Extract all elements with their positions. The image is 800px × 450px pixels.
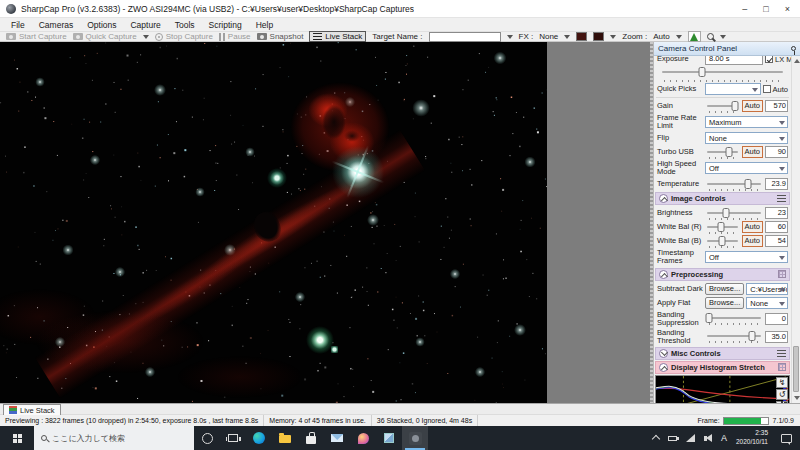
expand-icon[interactable] — [659, 349, 668, 358]
pin-icon[interactable] — [791, 46, 796, 51]
turbo-usb-slider[interactable] — [707, 147, 738, 158]
maximize-button[interactable]: □ — [763, 0, 768, 18]
gain-slider[interactable] — [707, 101, 738, 112]
menu-help[interactable]: Help — [249, 20, 280, 30]
network-icon[interactable] — [686, 434, 695, 442]
chevron-up-icon[interactable] — [652, 435, 660, 443]
chevron-down-icon[interactable] — [143, 35, 149, 39]
banding-threshold-value[interactable]: 35.0 — [765, 331, 788, 343]
stop-capture-button[interactable]: Stop Capture — [155, 32, 213, 41]
pause-button[interactable]: Pause — [219, 32, 251, 41]
exposure-value[interactable]: 8.00 s — [705, 56, 763, 65]
fx-value[interactable]: None — [539, 32, 558, 41]
collapse-icon[interactable] — [659, 194, 668, 203]
close-button[interactable]: × — [785, 0, 790, 18]
subtract-dark-browse-button[interactable]: Browse... — [705, 283, 744, 295]
notification-icon[interactable] — [781, 434, 792, 443]
menu-file[interactable]: File — [4, 20, 32, 30]
histogram-section-header[interactable]: Display Histogram Stretch — [655, 361, 790, 374]
slider-thumb[interactable] — [706, 313, 713, 323]
viewer3d-button[interactable] — [376, 426, 402, 450]
turbo-usb-auto-button[interactable]: Auto — [742, 146, 763, 158]
sharpcap-taskbar-button[interactable] — [402, 426, 428, 450]
edge-button[interactable] — [246, 426, 272, 450]
turbo-usb-value[interactable]: 90 — [765, 146, 788, 158]
apply-flat-select[interactable]: None — [746, 297, 788, 309]
speaker-button[interactable] — [704, 434, 712, 442]
mail-button[interactable] — [324, 426, 350, 450]
menu-icon[interactable] — [777, 350, 786, 357]
preprocessing-section-header[interactable]: Preprocessing — [655, 268, 790, 281]
auto-stretch-button[interactable]: ↯ — [776, 377, 788, 388]
scroll-thumb[interactable] — [793, 346, 799, 392]
task-view-button[interactable] — [220, 426, 246, 450]
start-button[interactable] — [0, 426, 34, 450]
ime-indicator[interactable]: A — [721, 433, 727, 443]
slider-thumb[interactable] — [718, 222, 725, 232]
wb-r-auto-button[interactable]: Auto — [742, 221, 763, 233]
histogram-icon[interactable] — [688, 31, 701, 42]
menu-scripting[interactable]: Scripting — [202, 20, 249, 30]
reset-stretch-button[interactable]: ↺ — [776, 389, 788, 400]
gain-auto-button[interactable]: Auto — [742, 100, 763, 112]
zoom-value[interactable]: Auto — [653, 32, 669, 41]
slider-thumb[interactable] — [732, 101, 739, 111]
grid-icon[interactable] — [778, 363, 786, 371]
brightness-value[interactable]: 23 — [765, 207, 788, 219]
taskbar-clock[interactable]: 2:35 2020/10/11 — [736, 429, 768, 447]
slider-thumb[interactable] — [745, 179, 752, 189]
wb-b-slider[interactable] — [707, 236, 738, 247]
live-stack-tab[interactable]: Live Stack — [3, 404, 61, 415]
slider-thumb[interactable] — [749, 331, 756, 341]
slider-thumb[interactable] — [719, 236, 726, 246]
save-button[interactable] — [776, 401, 788, 403]
apply-flat-browse-button[interactable]: Browse... — [705, 297, 744, 309]
flip-select[interactable]: None — [705, 132, 788, 144]
menu-icon[interactable] — [777, 195, 786, 202]
timestamp-select[interactable]: Off — [705, 251, 788, 263]
chevron-down-icon[interactable] — [507, 35, 513, 39]
wb-b-value[interactable]: 54 — [765, 235, 788, 247]
menu-tools[interactable]: Tools — [168, 20, 202, 30]
chevron-down-icon[interactable] — [610, 35, 616, 39]
collapse-icon[interactable] — [659, 270, 668, 279]
scroll-down-arrow[interactable] — [792, 394, 800, 403]
frame-rate-select[interactable]: Maximum — [705, 116, 788, 128]
color-swatch-dark-red[interactable] — [576, 32, 587, 41]
file-explorer-button[interactable] — [272, 426, 298, 450]
snapshot-button[interactable]: Snapshot — [257, 32, 304, 41]
menu-capture[interactable]: Capture — [123, 20, 167, 30]
subtract-dark-select[interactable]: C:¥Users¥user¥D... — [746, 283, 788, 295]
chevron-down-icon[interactable] — [676, 35, 682, 39]
quick-capture-button[interactable]: Quick Capture — [73, 32, 137, 41]
store-button[interactable] — [298, 426, 324, 450]
paint3d-button[interactable] — [350, 426, 376, 450]
wb-b-auto-button[interactable]: Auto — [742, 235, 763, 247]
cortana-button[interactable] — [194, 426, 220, 450]
chevron-down-icon[interactable] — [564, 35, 570, 39]
quick-picks-select[interactable] — [705, 83, 761, 95]
banding-threshold-slider[interactable] — [707, 331, 761, 342]
lx-mode-checkbox[interactable] — [765, 56, 773, 63]
live-stack-button[interactable]: Live Stack — [309, 31, 366, 42]
grid-icon[interactable] — [778, 270, 786, 278]
minimize-button[interactable]: – — [742, 0, 747, 18]
panel-scrollbar[interactable] — [791, 56, 800, 403]
temperature-slider[interactable] — [707, 179, 761, 190]
color-swatch-darker-red[interactable] — [593, 32, 604, 41]
slider-thumb[interactable] — [726, 147, 733, 157]
target-name-input[interactable] — [429, 32, 501, 42]
start-capture-button[interactable]: Start Capture — [6, 32, 67, 41]
wb-r-value[interactable]: 60 — [765, 221, 788, 233]
slider-thumb[interactable] — [722, 208, 729, 218]
slider-thumb[interactable] — [698, 67, 705, 77]
magnifier-icon[interactable] — [707, 33, 714, 40]
taskbar-search[interactable]: ここに入力して検索 — [34, 426, 194, 450]
exposure-slider[interactable] — [662, 67, 783, 81]
quick-picks-auto-checkbox[interactable] — [763, 85, 771, 93]
chevron-down-icon[interactable] — [720, 35, 726, 39]
battery-icon[interactable] — [668, 436, 677, 441]
wb-r-slider[interactable] — [707, 222, 738, 233]
gain-value[interactable]: 570 — [765, 100, 788, 112]
collapse-icon[interactable] — [659, 363, 668, 372]
